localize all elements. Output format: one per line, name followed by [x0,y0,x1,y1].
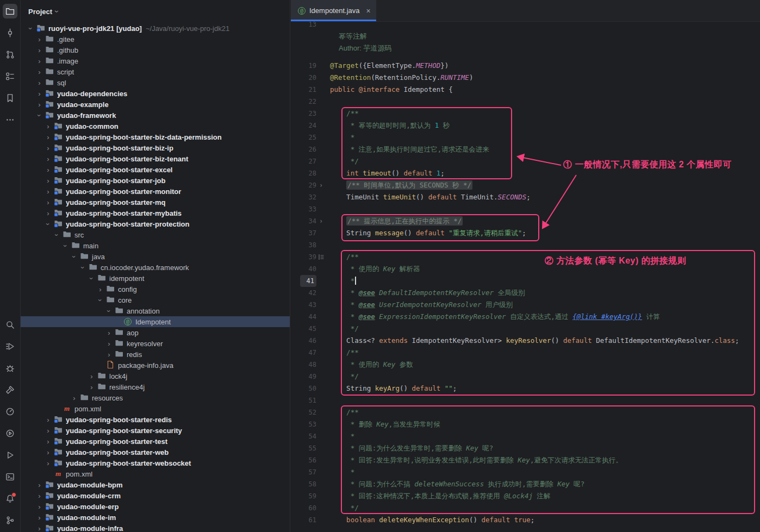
line-number[interactable]: 29 [300,179,316,191]
tree-item-java[interactable]: ›java [21,251,290,262]
code-line-38[interactable]: 38 [291,239,760,251]
tree-chevron-icon[interactable]: › [43,122,53,130]
line-number[interactable]: 43 [300,299,316,311]
tree-item-github[interactable]: ›.github [21,45,290,55]
code-line-53[interactable]: 53 * 删除 Key,当发生异常时候 [291,418,760,430]
tree-chevron-icon[interactable]: › [104,351,114,359]
line-number[interactable]: 45 [300,323,316,335]
tree-item-yudao-module-crm[interactable]: ›yudao-module-crm [21,490,290,501]
tree-chevron-icon[interactable]: › [43,155,53,163]
code-line-50[interactable]: 50 String keyArg() default ""; [291,383,760,395]
tree-item-yudao-module-erp[interactable]: ›yudao-module-erp [21,501,290,512]
code-line-21[interactable]: 21public @interface Idempotent { [291,84,760,96]
code-line-22[interactable]: 22 [291,96,760,108]
tree-chevron-icon[interactable]: › [43,209,53,217]
close-icon[interactable]: × [366,7,371,15]
code-line-23[interactable]: 23 /** [291,108,760,120]
tree-item-yudao-dependencies[interactable]: ›yudao-dependencies [21,88,290,99]
tree-chevron-icon[interactable]: › [35,111,43,120]
tree-chevron-icon[interactable]: › [44,220,52,229]
run-icon[interactable] [3,339,17,354]
code-line-47[interactable]: 47 /** [291,347,760,359]
line-number[interactable]: 27 [300,155,316,167]
tree-item-gitee[interactable]: ›.gitee [21,34,290,45]
tree-chevron-icon[interactable]: › [43,198,53,206]
line-number[interactable]: 34 [300,215,316,227]
search-icon[interactable] [3,317,17,332]
code-line-60[interactable]: 60 */ [291,502,760,514]
debug-icon[interactable] [3,361,17,375]
line-number[interactable]: 46 [300,335,316,347]
line-number[interactable]: 38 [300,239,316,251]
tree-item-idempotent[interactable]: ›idempotent [21,273,290,284]
line-number[interactable]: 54 [300,430,316,442]
code-line-48[interactable]: 48 * 使用的 Key 参数 [291,359,760,371]
tree-chevron-icon[interactable]: › [88,274,96,283]
line-number[interactable]: 21 [300,84,316,96]
code-line-55[interactable]: 55 * 问题:为什么发生异常时,需要删除 Key 呢? [291,442,760,454]
tree-chevron-icon[interactable]: › [35,514,44,522]
tree-chevron-icon[interactable]: › [43,416,53,424]
tree-item-ruoyi-vue-pro-jdk21-yudao[interactable]: ›ruoyi-vue-pro-jdk21 [yudao]~/Java/ruoyi… [21,23,290,34]
code-line-37[interactable]: 37 String message() default "重复请求,请稍后重试"… [291,227,760,239]
code-line-46[interactable]: 46 Class<? extends IdempotentKeyResolver… [291,335,760,347]
build-icon[interactable] [3,383,17,397]
tree-chevron-icon[interactable]: › [87,372,96,380]
rendered-doc-toggle-icon[interactable] [316,253,326,261]
code-line-58[interactable]: 58 * 问题:为什么不搞 deleteWhenSuccess 执行成功时,需要… [291,478,760,490]
tree-chevron-icon[interactable]: › [35,68,44,76]
line-number[interactable]: 19 [300,60,316,72]
tree-item-yudao-spring-boot-starter-test[interactable]: ›yudao-spring-boot-starter-test [21,436,290,447]
line-number[interactable]: 20 [300,72,316,84]
line-number[interactable]: 24 [300,120,316,132]
run-anything-icon[interactable] [3,448,17,462]
line-number[interactable]: 28 [300,167,316,179]
tree-item-pom-xml[interactable]: ›mpom.xml [21,468,290,479]
tree-item-yudao-framework[interactable]: ›yudao-framework [21,110,290,121]
code-line-57[interactable]: 57 * [291,466,760,478]
code-line-59[interactable]: 59 * 回答:这种情况下,本质上是分布式锁,推荐使用 @Lock4j 注解 [291,490,760,502]
tree-item-lock4j[interactable]: ›lock4j [21,371,290,381]
code-line-45[interactable]: 45 */ [291,323,760,335]
tree-item-image[interactable]: ›.image [21,55,290,66]
line-number[interactable]: 44 [300,311,316,323]
tree-item-cn-iocoder-yudao-framework[interactable]: ›cn.iocoder.yudao.framework [21,262,290,273]
tree-item-core[interactable]: ›core [21,295,290,305]
fold-arrow-icon[interactable]: › [316,217,326,226]
code-line-41[interactable]: 41 * [291,275,760,287]
code-line-43[interactable]: 43 * @see UserIdempotentKeyResolver 用户级别 [291,299,760,311]
tree-chevron-icon[interactable]: › [43,187,53,196]
tree-item-redis[interactable]: ›redis [21,349,290,360]
code-line-24[interactable]: 24 * 幂等的超时时间,默认为 1 秒 [291,120,760,132]
tree-chevron-icon[interactable]: › [35,481,44,489]
structure-icon[interactable] [3,69,17,84]
code-line-28[interactable]: 28 int timeout() default 1; [291,167,760,179]
line-number[interactable]: 37 [300,227,316,239]
code-line-19[interactable]: 19@Target({ElementType.METHOD}) [291,60,760,72]
profiler-icon[interactable] [3,404,17,419]
tree-chevron-icon[interactable]: › [35,101,44,109]
tree-chevron-icon[interactable]: › [35,492,44,500]
tree-item-yudao-spring-boot-starter-mq[interactable]: ›yudao-spring-boot-starter-mq [21,197,290,208]
tree-chevron-icon[interactable]: › [70,252,78,261]
line-number[interactable]: 52 [300,406,316,418]
tree-chevron-icon[interactable]: › [87,383,96,391]
tree-chevron-icon[interactable]: › [35,35,44,43]
tree-chevron-icon[interactable]: › [43,166,53,174]
tree-chevron-icon[interactable]: › [43,437,53,446]
bookmarks-icon[interactable] [3,91,17,105]
tree-chevron-icon[interactable]: › [35,90,44,98]
code-line-doc-2[interactable]: Author: 芋道源码 [291,42,760,54]
tree-item-package-info-java[interactable]: ›package-info.java [21,360,290,371]
tree-chevron-icon[interactable]: › [96,285,105,293]
line-number[interactable]: 60 [300,502,316,514]
tree-chevron-icon[interactable]: › [43,144,53,152]
tree-chevron-icon[interactable]: › [35,79,44,87]
tree-item-yudao-common[interactable]: ›yudao-common [21,121,290,132]
code-line-doc-1[interactable]: 幂等注解 [291,30,760,42]
tree-item-yudao-spring-boot-starter-web[interactable]: ›yudao-spring-boot-starter-web [21,447,290,458]
tree-item-yudao-spring-boot-starter-biz-data-permission[interactable]: ›yudao-spring-boot-starter-biz-data-perm… [21,132,290,142]
code-line-54[interactable]: 54 * [291,430,760,442]
code-line-33[interactable]: 33 [291,203,760,215]
tree-item-yudao-spring-boot-starter-security[interactable]: ›yudao-spring-boot-starter-security [21,425,290,436]
